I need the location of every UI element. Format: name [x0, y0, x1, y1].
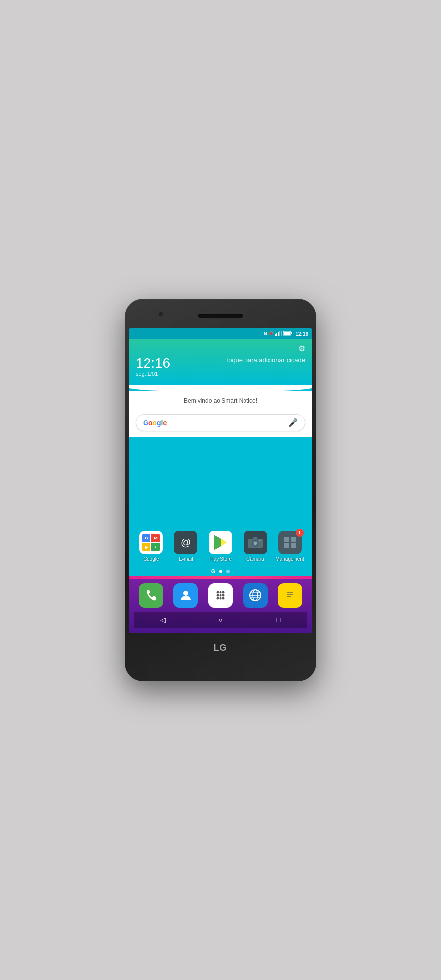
- notes-dock-icon[interactable]: [278, 583, 302, 608]
- svg-point-29: [222, 594, 224, 597]
- svg-rect-14: [253, 537, 257, 539]
- status-icons: N 📌: [264, 331, 308, 337]
- app-item-google[interactable]: G M ▶ + Google: [136, 531, 166, 562]
- phone-dock-icon[interactable]: [139, 583, 163, 608]
- management-app-icon[interactable]: 1: [278, 531, 302, 554]
- svg-rect-2: [278, 332, 279, 336]
- svg-point-32: [222, 597, 224, 600]
- dock-item-browser[interactable]: [241, 583, 270, 608]
- screen-wrapper: N 📌: [129, 328, 312, 633]
- page-g-indicator: G: [211, 568, 216, 574]
- bottom-section: ◁ ○ □: [129, 576, 312, 633]
- search-bar-container: Google 🎤: [129, 414, 312, 437]
- email-app-label: E-mail: [179, 556, 193, 562]
- settings-icon[interactable]: ⚙: [298, 344, 305, 353]
- svg-rect-38: [285, 590, 295, 601]
- google-app-label: Google: [143, 556, 159, 562]
- svg-point-25: [219, 591, 221, 594]
- svg-rect-7: [284, 332, 290, 335]
- clock-date: seg. 1/01: [136, 371, 170, 377]
- signal-icon: [275, 331, 282, 337]
- dock-item-apps[interactable]: [206, 583, 235, 608]
- management-app-label: Management: [275, 556, 304, 562]
- smart-notice[interactable]: Bem-vindo ao Smart Notice!: [136, 393, 305, 408]
- dock-icons-row: [134, 583, 307, 608]
- screen: N 📌: [129, 328, 312, 633]
- camera-app-icon[interactable]: [244, 531, 267, 554]
- google-search-bar[interactable]: Google 🎤: [136, 414, 305, 431]
- contacts-dock-icon[interactable]: [173, 583, 198, 608]
- speaker-grille: [198, 314, 243, 318]
- management-badge: 1: [296, 529, 304, 537]
- status-bar: N 📌: [129, 328, 312, 339]
- playstore-app-icon[interactable]: [209, 531, 232, 554]
- svg-rect-1: [276, 333, 277, 336]
- app-item-email[interactable]: @ E-mail: [171, 531, 201, 562]
- home-main: G M ▶ + Google @ E-mail: [129, 437, 312, 576]
- lg-logo: LG: [214, 643, 228, 653]
- svg-point-28: [219, 594, 221, 597]
- dock-item-phone[interactable]: [136, 583, 166, 608]
- back-button[interactable]: ◁: [154, 614, 172, 625]
- dock-area: ◁ ○ □: [129, 579, 312, 633]
- email-app-icon[interactable]: @: [174, 531, 197, 554]
- svg-rect-4: [281, 331, 282, 336]
- svg-rect-21: [284, 543, 289, 548]
- battery-icon: [283, 331, 292, 337]
- widget-top: ⚙: [136, 344, 305, 353]
- page-dot-1[interactable]: [219, 570, 222, 573]
- svg-rect-6: [291, 332, 292, 334]
- app-item-camera[interactable]: Câmara: [240, 531, 270, 562]
- phone-device: N 📌: [125, 299, 316, 681]
- svg-point-23: [183, 591, 188, 596]
- home-button[interactable]: ○: [212, 614, 229, 625]
- svg-rect-20: [291, 537, 296, 542]
- page-dot-2[interactable]: [226, 570, 230, 573]
- svg-rect-22: [291, 543, 296, 548]
- google-logo: Google: [143, 418, 167, 427]
- dock-item-contacts[interactable]: [171, 583, 200, 608]
- svg-rect-3: [279, 331, 280, 336]
- app-item-management[interactable]: 1 Management: [275, 531, 305, 562]
- google-app-icon[interactable]: G M ▶ +: [139, 531, 163, 554]
- clock-area: 12:16 seg. 1/01: [136, 356, 170, 377]
- playstore-app-label: Play Store: [209, 556, 232, 562]
- svg-point-27: [216, 594, 219, 597]
- app-icons-row: G M ▶ + Google @ E-mail: [129, 531, 312, 565]
- svg-point-17: [254, 542, 257, 545]
- camera-app-label: Câmara: [246, 556, 264, 562]
- svg-point-30: [216, 597, 219, 600]
- recents-button[interactable]: □: [270, 614, 287, 625]
- nav-bar: ◁ ○ □: [134, 612, 307, 628]
- phone-top-bar: [129, 303, 312, 328]
- weather-clock-row: 12:16 seg. 1/01 Toque para adicionar cid…: [136, 356, 305, 377]
- status-time: 12:16: [295, 331, 308, 337]
- svg-point-24: [216, 591, 219, 594]
- svg-rect-18: [259, 540, 261, 541]
- svg-rect-0: [275, 334, 276, 336]
- svg-point-26: [222, 591, 224, 594]
- front-camera: [158, 312, 163, 317]
- phone-bottom: LG: [129, 633, 312, 662]
- weather-widget: ⚙ 12:16 seg. 1/01 Toque para adicionar c…: [129, 339, 312, 385]
- notification-icon: 📌: [268, 331, 273, 336]
- city-prompt[interactable]: Toque para adicionar cidade: [225, 356, 305, 365]
- svg-rect-19: [284, 537, 289, 542]
- browser-dock-icon[interactable]: [243, 583, 268, 608]
- app-item-playstore[interactable]: Play Store: [205, 531, 236, 562]
- mic-icon[interactable]: 🎤: [288, 418, 298, 427]
- dock-item-notes[interactable]: [275, 583, 305, 608]
- apps-dock-icon[interactable]: [208, 583, 233, 608]
- nfc-icon: N: [264, 331, 267, 336]
- svg-point-31: [219, 597, 221, 600]
- smart-notice-area: Bem-vindo ao Smart Notice!: [129, 391, 312, 414]
- page-indicators: G: [129, 565, 312, 576]
- clock-time: 12:16: [136, 356, 170, 370]
